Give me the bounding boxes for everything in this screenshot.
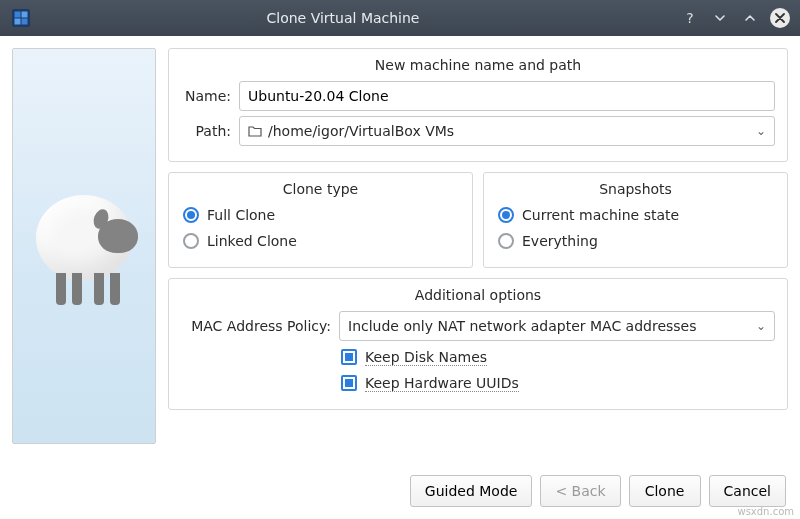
radio-label-linked: Linked Clone [207,233,297,249]
radio-icon [498,207,514,223]
clone-button[interactable]: Clone [629,475,701,507]
radio-icon [498,233,514,249]
wizard-illustration [12,48,156,444]
check-keep-disk-names[interactable]: Keep Disk Names [341,347,775,367]
maximize-button[interactable] [740,8,760,28]
radio-label-everything: Everything [522,233,598,249]
minimize-button[interactable] [710,8,730,28]
group-title-clone-type: Clone type [181,181,460,197]
check-label-hw-uuids: Keep Hardware UUIDs [365,375,519,392]
cancel-button[interactable]: Cancel [709,475,786,507]
check-keep-hw-uuids[interactable]: Keep Hardware UUIDs [341,373,775,393]
group-clone-type: Clone type Full Clone Linked Clone [168,172,473,268]
path-combo[interactable]: /home/igor/VirtualBox VMs ⌄ [239,116,775,146]
radio-linked-clone[interactable]: Linked Clone [183,231,460,251]
group-additional-options: Additional options MAC Address Policy: I… [168,278,788,410]
group-name-and-path: New machine name and path Name: Path: /h… [168,48,788,162]
back-button[interactable]: < Back [540,475,620,507]
radio-current-state[interactable]: Current machine state [498,205,775,225]
help-button[interactable]: ? [680,8,700,28]
chevron-down-icon: ⌄ [756,124,766,138]
window-title: Clone Virtual Machine [6,10,680,26]
group-title-snapshots: Snapshots [496,181,775,197]
watermark: wsxdn.com [737,506,794,517]
path-label: Path: [181,123,231,139]
radio-label-current: Current machine state [522,207,679,223]
checkbox-icon [341,375,357,391]
mac-policy-label: MAC Address Policy: [181,318,331,334]
guided-mode-button[interactable]: Guided Mode [410,475,533,507]
radio-icon [183,207,199,223]
radio-full-clone[interactable]: Full Clone [183,205,460,225]
mac-policy-combo[interactable]: Include only NAT network adapter MAC add… [339,311,775,341]
close-button[interactable] [770,8,790,28]
radio-icon [183,233,199,249]
checkbox-icon [341,349,357,365]
name-label: Name: [181,88,231,104]
chevron-down-icon: ⌄ [756,319,766,333]
name-input[interactable] [239,81,775,111]
dialog-body: New machine name and path Name: Path: /h… [0,36,800,519]
radio-label-full: Full Clone [207,207,275,223]
radio-everything[interactable]: Everything [498,231,775,251]
titlebar: Clone Virtual Machine ? [0,0,800,36]
group-snapshots: Snapshots Current machine state Everythi… [483,172,788,268]
path-value: /home/igor/VirtualBox VMs [268,123,454,139]
check-label-disk-names: Keep Disk Names [365,349,487,366]
group-title-name-path: New machine name and path [181,57,775,73]
dialog-button-row: Guided Mode < Back Clone Cancel [12,475,788,507]
mac-policy-value: Include only NAT network adapter MAC add… [348,318,697,334]
sheep-image [36,195,132,281]
group-title-additional: Additional options [181,287,775,303]
window-controls: ? [680,8,790,28]
folder-icon [248,125,262,137]
